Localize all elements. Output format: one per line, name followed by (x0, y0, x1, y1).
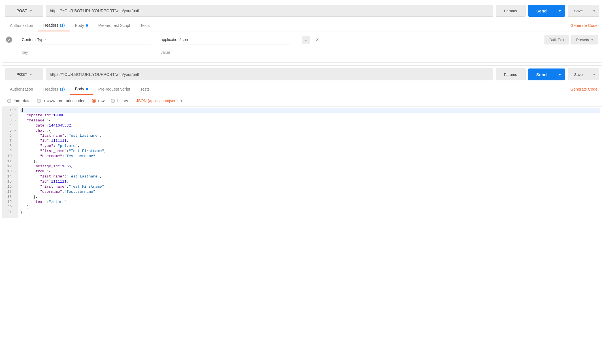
body-type-row: form-data x-www-form-urlencoded raw bina… (2, 95, 602, 106)
tab-pre-request-script[interactable]: Pre-request Script (93, 20, 135, 31)
tab-body[interactable]: Body (70, 83, 93, 95)
tab-headers[interactable]: Headers (1) (38, 83, 70, 95)
radio-icon (111, 99, 115, 103)
send-dropdown-button[interactable]: ▾ (555, 68, 565, 80)
headers-count: (1) (60, 87, 65, 91)
params-button[interactable]: Params (496, 5, 526, 17)
request-bar: POST ▾ Params Send ▾ Save ▾ (2, 2, 602, 20)
url-input[interactable] (46, 68, 493, 80)
bulk-edit-button[interactable]: Bulk Edit (545, 35, 569, 44)
editor-code-area[interactable]: { "update_id":10000, "message":{ "date":… (18, 107, 602, 218)
tab-tests[interactable]: Tests (135, 20, 155, 31)
tab-pre-request-script[interactable]: Pre-request Script (93, 83, 135, 95)
close-icon[interactable]: ✕ (313, 36, 321, 44)
tab-authorization[interactable]: Authorization (5, 20, 38, 31)
check-icon[interactable]: ✓ (6, 37, 12, 43)
body-indicator-dot-icon (86, 24, 88, 27)
body-indicator-dot-icon (86, 88, 88, 90)
tab-authorization[interactable]: Authorization (5, 83, 38, 95)
generate-code-link[interactable]: Generate Code (570, 23, 599, 28)
tab-bar: Authorization Headers (1) Body Pre-reque… (2, 83, 602, 95)
chevron-down-icon: ▾ (591, 38, 593, 42)
tab-bar: Authorization Headers (1) Body Pre-reque… (2, 20, 602, 31)
radio-x-www-form-urlencoded[interactable]: x-www-form-urlencoded (37, 99, 86, 103)
radio-form-data[interactable]: form-data (7, 99, 31, 103)
params-button[interactable]: Params (496, 68, 526, 80)
method-label: POST (16, 72, 27, 77)
header-value-input[interactable] (159, 35, 290, 44)
radio-icon (37, 99, 41, 103)
url-input[interactable] (46, 5, 493, 17)
send-button[interactable]: Send (528, 5, 555, 17)
radio-binary[interactable]: binary (111, 99, 128, 103)
chevron-down-icon: ▾ (559, 72, 561, 77)
save-dropdown-button[interactable]: ▾ (589, 68, 599, 80)
header-value-input-new[interactable] (159, 48, 290, 57)
radio-icon (7, 99, 11, 103)
tab-tests[interactable]: Tests (135, 83, 155, 95)
tab-headers[interactable]: Headers (1) (38, 20, 70, 31)
generate-code-link[interactable]: Generate Code (570, 87, 599, 91)
send-dropdown-button[interactable]: ▾ (555, 5, 565, 17)
chevron-down-icon: ▾ (180, 99, 182, 103)
headers-count: (1) (60, 23, 65, 27)
list-icon[interactable]: ≡ (302, 36, 310, 44)
header-key-input[interactable] (21, 35, 151, 44)
radio-raw[interactable]: raw (92, 99, 105, 103)
header-key-input-new[interactable] (21, 48, 151, 57)
method-label: POST (16, 8, 27, 13)
request-panel-2: POST ▾ Params Send ▾ Save ▾ Authorizatio… (2, 65, 602, 218)
method-select[interactable]: POST ▾ (5, 68, 43, 80)
method-select[interactable]: POST ▾ (5, 5, 43, 17)
presets-button[interactable]: Presets ▾ (571, 35, 598, 44)
editor-gutter: 1 ▾2 3 ▾4 5 ▾6 7 8 9 10 11 12 13 ▾14 15 … (2, 107, 18, 218)
send-button[interactable]: Send (528, 68, 555, 80)
save-dropdown-button[interactable]: ▾ (589, 5, 599, 17)
chevron-down-icon: ▾ (30, 9, 32, 13)
header-new-row (6, 48, 598, 57)
header-row: ✓ ≡ ✕ Bulk Edit Presets ▾ (6, 35, 598, 44)
tab-body[interactable]: Body (70, 20, 93, 31)
request-bar: POST ▾ Params Send ▾ Save ▾ (2, 66, 602, 83)
chevron-down-icon: ▾ (559, 9, 561, 13)
save-button[interactable]: Save (568, 5, 589, 17)
chevron-down-icon: ▾ (593, 9, 595, 13)
request-panel-1: POST ▾ Params Send ▾ Save ▾ Authorizatio… (2, 2, 602, 63)
save-button[interactable]: Save (568, 68, 589, 80)
code-editor[interactable]: 1 ▾2 3 ▾4 5 ▾6 7 8 9 10 11 12 13 ▾14 15 … (2, 106, 602, 218)
chevron-down-icon: ▾ (593, 72, 595, 77)
chevron-down-icon: ▾ (30, 72, 32, 76)
radio-icon (92, 99, 96, 103)
headers-area: ✓ ≡ ✕ Bulk Edit Presets ▾ (2, 31, 602, 62)
content-type-select[interactable]: JSON (application/json) ▾ (136, 99, 182, 103)
